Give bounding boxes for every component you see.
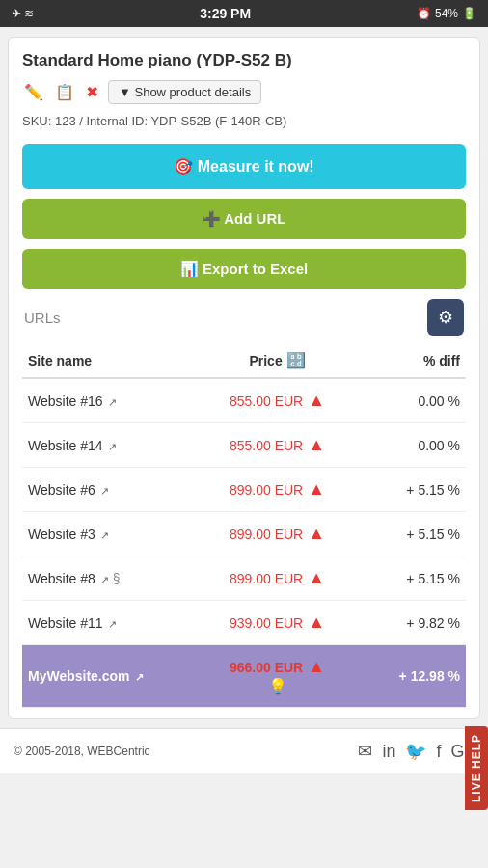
external-link-icon[interactable]: ↗ (105, 441, 117, 452)
price-cell: 855.00 EUR ▲ (200, 378, 355, 423)
table-row: Website #3 ↗899.00 EUR ▲+ 5.15 % (22, 512, 466, 556)
price-cell: 899.00 EUR ▲ (200, 512, 355, 556)
product-card: Standard Home piano (YDP-S52 B) ✏️ 📋 ✖ ▼… (8, 37, 480, 719)
product-actions: ✏️ 📋 ✖ ▼ Show product details (22, 80, 466, 104)
status-left: ✈ ≋ (12, 7, 34, 20)
external-link-icon[interactable]: ↗ (105, 396, 117, 408)
table-row: Website #14 ↗855.00 EUR ▲0.00 % (22, 423, 466, 468)
pct-diff-cell: + 5.15 % (355, 468, 466, 512)
pct-diff-cell: + 12.98 % (355, 645, 466, 708)
price-cell: 899.00 EUR ▲ (200, 468, 355, 512)
table-row: Website #6 ↗899.00 EUR ▲+ 5.15 % (22, 468, 466, 512)
external-link-icon[interactable]: ↗ (132, 671, 144, 683)
linkedin-icon[interactable]: in (382, 742, 395, 762)
external-link-icon[interactable]: ↗ (97, 529, 109, 541)
export-button[interactable]: 📊 Export to Excel (22, 249, 466, 289)
footer-icons: ✉ in 🐦 f G+ (358, 741, 474, 762)
show-details-button[interactable]: ▼ Show product details (108, 80, 261, 104)
site-name-cell: Website #16 ↗ (22, 378, 200, 423)
settings-button[interactable]: ⚙ (427, 299, 464, 336)
email-icon[interactable]: ✉ (358, 741, 372, 762)
urls-header: URLs ⚙ (22, 299, 466, 336)
copyright: © 2005-2018, WEBCentric (14, 745, 150, 758)
security-icon: § (109, 571, 121, 586)
urls-label: URLs (24, 310, 61, 326)
site-name-cell: Website #14 ↗ (22, 423, 200, 468)
alarm-icon: ⏰ (417, 7, 431, 20)
delete-button[interactable]: ✖ (84, 81, 100, 103)
pct-diff-cell: + 5.15 % (355, 512, 466, 556)
price-arrow-icon: ▲ (303, 612, 325, 632)
status-right: ⏰ 54% 🔋 (417, 7, 476, 20)
copy-button[interactable]: 📋 (53, 81, 76, 103)
price-table: Site name Price 🔡 % diff Website #16 ↗85… (22, 343, 466, 708)
twitter-icon[interactable]: 🐦 (405, 741, 426, 762)
site-name-cell: Website #3 ↗ (22, 512, 200, 556)
price-arrow-icon: ▲ (303, 657, 325, 676)
battery-pct: 54% (435, 7, 458, 20)
sort-icon[interactable]: 🔡 (286, 352, 306, 368)
external-link-icon[interactable]: ↗ (97, 485, 109, 497)
table-row: Website #16 ↗855.00 EUR ▲0.00 % (22, 378, 466, 423)
site-name-cell: Website #6 ↗ (22, 468, 200, 512)
edit-button[interactable]: ✏️ (22, 81, 45, 103)
site-name-cell: MyWebsite.com ↗ (22, 645, 200, 708)
pct-diff-cell: 0.00 % (355, 378, 466, 423)
col-pct-diff: % diff (355, 343, 466, 378)
price-arrow-icon: ▲ (303, 568, 325, 587)
pct-diff-cell: + 9.82 % (355, 601, 466, 645)
measure-button[interactable]: 🎯 Measure it now! (22, 144, 466, 189)
status-time: 3:29 PM (200, 6, 251, 21)
facebook-icon[interactable]: f (436, 742, 441, 762)
add-url-button[interactable]: ➕ Add URL (22, 199, 466, 239)
site-name-cell: Website #11 ↗ (22, 601, 200, 645)
external-link-icon[interactable]: ↗ (105, 618, 117, 630)
table-row: MyWebsite.com ↗966.00 EUR ▲💡+ 12.98 % (22, 645, 466, 708)
table-row: Website #8 ↗ §899.00 EUR ▲+ 5.15 % (22, 556, 466, 601)
price-cell: 966.00 EUR ▲💡 (200, 645, 355, 708)
table-header-row: Site name Price 🔡 % diff (22, 343, 466, 378)
col-site-name: Site name (22, 343, 200, 378)
product-title: Standard Home piano (YDP-S52 B) (22, 51, 466, 70)
price-arrow-icon: ▲ (303, 435, 325, 454)
bulb-icon: 💡 (205, 677, 349, 695)
price-arrow-icon: ▲ (303, 479, 325, 499)
pct-diff-cell: + 5.15 % (355, 556, 466, 601)
col-price: Price 🔡 (200, 343, 355, 378)
battery-icon: 🔋 (462, 7, 476, 20)
price-arrow-icon: ▲ (303, 391, 325, 410)
price-cell: 855.00 EUR ▲ (200, 423, 355, 468)
external-link-icon[interactable]: ↗ (97, 574, 109, 585)
price-cell: 899.00 EUR ▲ (200, 556, 355, 601)
table-row: Website #11 ↗939.00 EUR ▲+ 9.82 % (22, 601, 466, 645)
site-name-cell: Website #8 ↗ § (22, 556, 200, 601)
live-help-button[interactable]: LIVE HELP (465, 726, 488, 810)
sku-line: SKU: 123 / Internal ID: YDP-S52B (F-140R… (22, 114, 466, 128)
status-bar: ✈ ≋ 3:29 PM ⏰ 54% 🔋 (0, 0, 488, 27)
wifi-icon: ✈ ≋ (12, 7, 34, 20)
price-cell: 939.00 EUR ▲ (200, 601, 355, 645)
pct-diff-cell: 0.00 % (355, 423, 466, 468)
footer: © 2005-2018, WEBCentric ✉ in 🐦 f G+ (0, 728, 488, 773)
price-arrow-icon: ▲ (303, 524, 325, 543)
